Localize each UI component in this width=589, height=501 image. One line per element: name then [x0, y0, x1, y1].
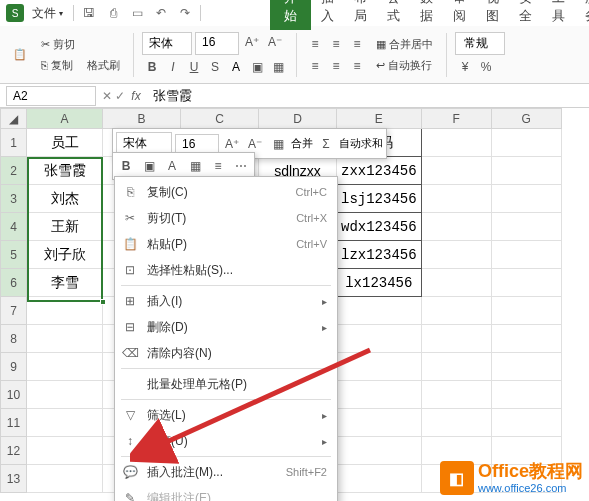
fill-color-button[interactable]: ▣: [247, 57, 267, 77]
cell[interactable]: lzx123456: [337, 241, 422, 269]
align-top-icon[interactable]: ≡: [305, 34, 325, 54]
col-header-G[interactable]: G: [491, 109, 561, 129]
mini-sum-icon[interactable]: Σ: [316, 134, 336, 154]
tab-formula[interactable]: 公式: [377, 0, 410, 30]
cell[interactable]: lx123456: [337, 269, 422, 297]
tab-security[interactable]: 安全: [509, 0, 542, 30]
mini-format-icon[interactable]: ⋯: [231, 156, 251, 176]
mini-bold-icon[interactable]: B: [116, 156, 136, 176]
align-right-icon[interactable]: ≡: [347, 56, 367, 76]
format-painter-button[interactable]: 格式刷: [82, 56, 125, 75]
mini-border-icon[interactable]: ▦: [185, 156, 205, 176]
cell[interactable]: 刘杰: [27, 185, 103, 213]
tab-start[interactable]: 开始: [270, 0, 311, 30]
italic-button[interactable]: I: [163, 57, 183, 77]
menu-cut[interactable]: ✂ 剪切(T) Ctrl+X: [115, 205, 337, 231]
save-icon[interactable]: 🖫: [78, 3, 100, 23]
tab-data[interactable]: 数据: [410, 0, 443, 30]
formula-input[interactable]: 张雪霞: [147, 85, 589, 107]
cell[interactable]: 刘子欣: [27, 241, 103, 269]
mini-fill-icon[interactable]: ▣: [139, 156, 159, 176]
menu-insert[interactable]: ⊞ 插入(I) ▸: [115, 288, 337, 314]
font-select[interactable]: 宋体: [142, 32, 192, 55]
cell[interactable]: 王新: [27, 213, 103, 241]
row-header[interactable]: 8: [1, 325, 27, 353]
number-format-select[interactable]: 常规: [455, 32, 505, 55]
mini-increase-font-icon[interactable]: A⁺: [222, 134, 242, 154]
preview-icon[interactable]: ▭: [126, 3, 148, 23]
bold-button[interactable]: B: [142, 57, 162, 77]
merge-button[interactable]: ▦ 合并居中: [371, 35, 438, 54]
mini-font-color-icon[interactable]: A: [162, 156, 182, 176]
selection-handle[interactable]: [100, 299, 106, 305]
cut-button[interactable]: ✂ 剪切: [36, 35, 125, 54]
row-header[interactable]: 4: [1, 213, 27, 241]
cell[interactable]: 张雪霞: [27, 157, 103, 185]
mini-align-icon[interactable]: ≡: [208, 156, 228, 176]
cell[interactable]: wdx123456: [337, 213, 422, 241]
align-center-icon[interactable]: ≡: [326, 56, 346, 76]
menu-sort[interactable]: ↕ 排序(U) ▸: [115, 428, 337, 454]
menu-delete[interactable]: ⊟ 删除(D) ▸: [115, 314, 337, 340]
mini-merge-button[interactable]: ▦: [268, 134, 288, 154]
cell[interactable]: zxx123456: [337, 157, 422, 185]
wrap-button[interactable]: ↩ 自动换行: [371, 56, 438, 75]
select-all-corner[interactable]: ◢: [1, 109, 27, 129]
size-select[interactable]: 16: [195, 32, 239, 55]
increase-font-icon[interactable]: A⁺: [242, 32, 262, 52]
align-mid-icon[interactable]: ≡: [326, 34, 346, 54]
row-header[interactable]: 3: [1, 185, 27, 213]
menu-filter[interactable]: ▽ 筛选(L) ▸: [115, 402, 337, 428]
menu-copy[interactable]: ⎘ 复制(C) Ctrl+C: [115, 179, 337, 205]
cell[interactable]: 员工: [27, 129, 103, 157]
col-header-D[interactable]: D: [259, 109, 337, 129]
row-header[interactable]: 6: [1, 269, 27, 297]
row-header[interactable]: 1: [1, 129, 27, 157]
col-header-C[interactable]: C: [181, 109, 259, 129]
row-header[interactable]: 13: [1, 465, 27, 493]
menu-paste[interactable]: 📋 粘贴(P) Ctrl+V: [115, 231, 337, 257]
currency-icon[interactable]: ¥: [455, 57, 475, 77]
align-left-icon[interactable]: ≡: [305, 56, 325, 76]
underline-button[interactable]: U: [184, 57, 204, 77]
mini-decrease-font-icon[interactable]: A⁻: [245, 134, 265, 154]
tab-view[interactable]: 视图: [476, 0, 509, 30]
tab-insert[interactable]: 插入: [311, 0, 344, 30]
paste-button[interactable]: 📋: [8, 46, 32, 63]
align-bot-icon[interactable]: ≡: [347, 34, 367, 54]
mini-size-select[interactable]: 16: [175, 134, 219, 154]
menu-insert-comment[interactable]: 💬 插入批注(M)... Shift+F2: [115, 459, 337, 485]
tab-dev[interactable]: 开发工具: [542, 0, 575, 30]
col-header-A[interactable]: A: [27, 109, 103, 129]
print-icon[interactable]: ⎙: [102, 3, 124, 23]
name-box[interactable]: A2: [6, 86, 96, 106]
percent-icon[interactable]: %: [476, 57, 496, 77]
row-header[interactable]: 10: [1, 381, 27, 409]
tab-cloud[interactable]: 云服务: [575, 0, 589, 30]
watermark-title: Office教程网: [478, 462, 583, 482]
cell[interactable]: lsj123456: [337, 185, 422, 213]
cell[interactable]: 李雪: [27, 269, 103, 297]
row-header[interactable]: 12: [1, 437, 27, 465]
border-button[interactable]: ▦: [268, 57, 288, 77]
copy-button[interactable]: ⎘ 复制: [36, 56, 78, 75]
decrease-font-icon[interactable]: A⁻: [265, 32, 285, 52]
fx-icon[interactable]: ✕ ✓: [102, 89, 125, 103]
tab-review[interactable]: 审阅: [443, 0, 476, 30]
col-header-B[interactable]: B: [103, 109, 181, 129]
row-header[interactable]: 7: [1, 297, 27, 325]
row-header[interactable]: 11: [1, 409, 27, 437]
comment-icon: 💬: [121, 463, 139, 481]
menu-paste-special[interactable]: ⊡ 选择性粘贴(S)...: [115, 257, 337, 283]
file-menu[interactable]: 文件 ▾: [26, 3, 69, 24]
col-header-F[interactable]: F: [421, 109, 491, 129]
menu-batch[interactable]: 批量处理单元格(P): [115, 371, 337, 397]
menu-clear[interactable]: ⌫ 清除内容(N): [115, 340, 337, 366]
row-header[interactable]: 5: [1, 241, 27, 269]
col-header-E[interactable]: E: [337, 109, 422, 129]
row-header[interactable]: 2: [1, 157, 27, 185]
row-header[interactable]: 9: [1, 353, 27, 381]
font-color-button[interactable]: A: [226, 57, 246, 77]
strike-button[interactable]: S: [205, 57, 225, 77]
tab-layout[interactable]: 页面布局: [344, 0, 377, 30]
